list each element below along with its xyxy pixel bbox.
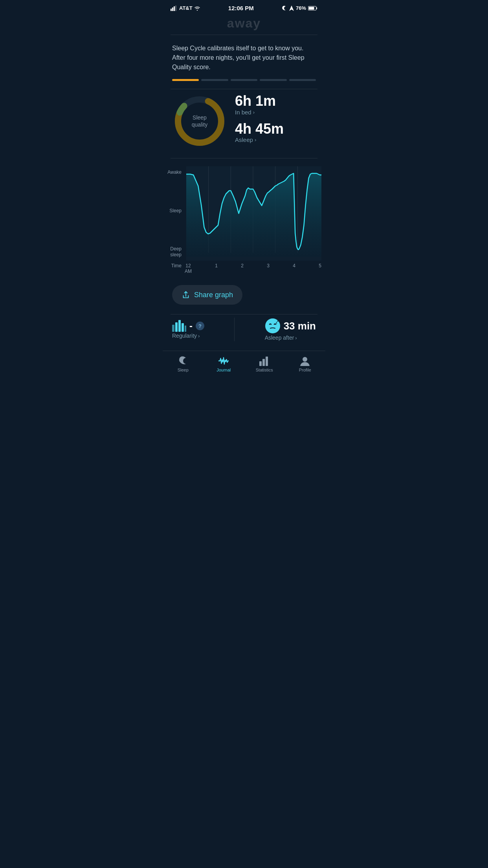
status-right: 76% <box>282 5 317 11</box>
nav-item-journal[interactable]: Journal <box>204 356 244 372</box>
battery-icon <box>308 6 317 11</box>
share-section: Share graph <box>163 278 325 314</box>
sleep-graph-svg <box>186 166 321 261</box>
donut-label: Sleepquality <box>192 114 207 128</box>
asleep-value: 4h 45m <box>235 121 316 137</box>
y-label-awake: Awake <box>163 169 185 175</box>
stats-vertical-divider <box>234 318 235 341</box>
asleep-after-item[interactable]: z z 33 min Asleep after › <box>265 318 316 341</box>
time-label: Time <box>163 263 185 268</box>
sleep-nav-label: Sleep <box>178 368 189 372</box>
y-label-deep: Deepsleep <box>163 246 185 257</box>
calibration-text: Sleep Cycle calibrates itself to get to … <box>172 44 316 72</box>
svg-rect-1 <box>172 7 173 11</box>
app-header: away <box>163 15 325 35</box>
x-label-12: 12AM <box>185 263 192 274</box>
donut-text: Sleepquality <box>192 114 207 127</box>
regularity-icon-row: - ? <box>172 320 204 332</box>
journal-nav-label: Journal <box>216 368 231 372</box>
share-icon <box>182 291 190 299</box>
share-graph-button[interactable]: Share graph <box>172 285 242 305</box>
asleep-after-label[interactable]: Asleep after › <box>265 335 297 341</box>
svg-rect-16 <box>172 325 174 332</box>
regularity-dash: - <box>189 320 193 331</box>
location-icon <box>289 6 294 11</box>
regularity-label[interactable]: Regularity › <box>172 333 200 339</box>
status-left: AT&T <box>171 5 200 11</box>
sleep-quality-donut: Sleepquality <box>172 94 227 149</box>
progress-seg-2 <box>201 79 228 81</box>
svg-rect-2 <box>174 6 175 11</box>
in-bed-chevron: › <box>253 109 255 115</box>
statistics-nav-icon <box>259 356 270 366</box>
regularity-chevron: › <box>198 333 200 339</box>
profile-nav-label: Profile <box>299 368 311 372</box>
wifi-icon <box>194 6 200 11</box>
sleep-stats-row: Sleepquality 6h 1m In bed › 4h 45m Aslee… <box>163 89 325 158</box>
nav-item-statistics[interactable]: Statistics <box>244 356 285 372</box>
waveform-icon <box>218 356 229 366</box>
asleep-after-chevron: › <box>295 335 297 341</box>
x-label-4: 4 <box>293 263 295 274</box>
svg-rect-20 <box>185 326 186 332</box>
svg-rect-0 <box>171 9 172 11</box>
graph-section: Awake Sleep Deepsleep <box>163 158 325 278</box>
sleep-nav-icon <box>178 356 188 366</box>
asleep-label[interactable]: Asleep › <box>235 136 316 143</box>
person-nav-icon <box>300 356 310 366</box>
status-bar: AT&T 12:06 PM 76% <box>163 0 325 15</box>
progress-seg-5 <box>289 79 316 81</box>
bottom-stats-section: - ? Regularity › z <box>163 314 325 348</box>
x-label-5: 5 <box>319 263 321 274</box>
battery-percent: 76% <box>296 5 306 11</box>
svg-rect-3 <box>175 6 176 11</box>
svg-rect-6 <box>309 7 314 9</box>
progress-seg-4 <box>260 79 286 81</box>
svg-rect-26 <box>266 357 268 366</box>
svg-rect-24 <box>259 361 262 366</box>
progress-seg-3 <box>231 79 257 81</box>
regularity-chart-icon <box>172 320 186 332</box>
svg-rect-18 <box>178 320 181 332</box>
share-graph-label: Share graph <box>194 291 233 299</box>
bottom-stats-row: - ? Regularity › z <box>172 318 316 341</box>
svg-point-27 <box>303 357 307 362</box>
sleep-face-icon: z z <box>265 318 281 334</box>
app-title: away <box>163 16 325 31</box>
nav-item-profile[interactable]: Profile <box>285 356 326 372</box>
nav-item-sleep[interactable]: Sleep <box>163 356 204 372</box>
x-axis-row: Time 12AM 1 2 3 4 5 <box>163 261 325 274</box>
svg-rect-17 <box>175 322 178 332</box>
statistics-nav-label: Statistics <box>256 368 273 372</box>
asleep-icon-row: z z 33 min <box>265 318 316 334</box>
svg-rect-19 <box>182 323 184 332</box>
calibration-section: Sleep Cycle calibrates itself to get to … <box>163 35 325 79</box>
regularity-item[interactable]: - ? Regularity › <box>172 320 204 339</box>
progress-section <box>163 79 325 89</box>
bar-chart-nav-icon <box>259 356 270 366</box>
progress-track <box>172 79 316 81</box>
y-label-sleep: Sleep <box>163 208 185 213</box>
asleep-chevron: › <box>255 137 256 143</box>
bottom-nav: Sleep Journal Statistics Profile <box>163 351 325 382</box>
svg-rect-5 <box>316 7 317 9</box>
journal-nav-icon <box>218 356 229 366</box>
asleep-after-value: 33 min <box>284 320 316 332</box>
x-label-2: 2 <box>241 263 244 274</box>
signal-icon <box>171 6 178 11</box>
svg-text:z: z <box>277 318 279 322</box>
moon-icon <box>282 6 287 11</box>
stats-info: 6h 1m In bed › 4h 45m Asleep › <box>235 93 316 149</box>
profile-nav-icon <box>300 356 310 366</box>
carrier-label: AT&T <box>179 5 193 11</box>
x-label-3: 3 <box>267 263 270 274</box>
in-bed-label[interactable]: In bed › <box>235 109 316 116</box>
x-label-1: 1 <box>215 263 218 274</box>
moon-nav-icon <box>178 356 188 366</box>
progress-seg-1 <box>172 79 199 81</box>
svg-rect-25 <box>262 359 265 366</box>
in-bed-value: 6h 1m <box>235 93 316 109</box>
regularity-help-badge[interactable]: ? <box>196 322 204 330</box>
status-time: 12:06 PM <box>228 5 254 11</box>
